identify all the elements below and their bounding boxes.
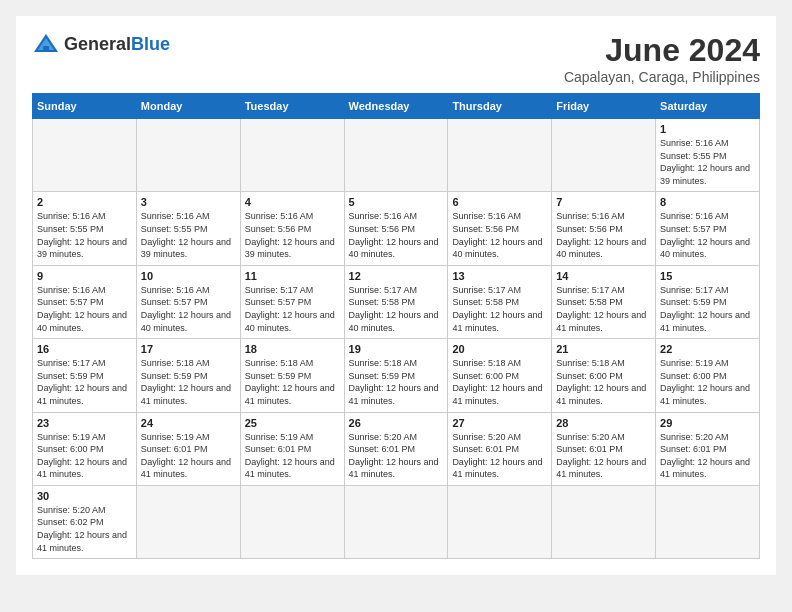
calendar-day-cell: [136, 485, 240, 558]
logo-general: General: [64, 34, 131, 54]
day-number: 6: [452, 196, 547, 208]
day-info: Sunrise: 5:16 AMSunset: 5:55 PMDaylight:…: [37, 210, 132, 260]
calendar-day-cell: [33, 119, 137, 192]
day-number: 30: [37, 490, 132, 502]
day-number: 9: [37, 270, 132, 282]
calendar-day-cell: 30Sunrise: 5:20 AMSunset: 6:02 PMDayligh…: [33, 485, 137, 558]
calendar-day-cell: 10Sunrise: 5:16 AMSunset: 5:57 PMDayligh…: [136, 265, 240, 338]
day-info: Sunrise: 5:16 AMSunset: 5:56 PMDaylight:…: [349, 210, 444, 260]
calendar-day-cell: 1Sunrise: 5:16 AMSunset: 5:55 PMDaylight…: [656, 119, 760, 192]
calendar-day-cell: [448, 485, 552, 558]
logo-text: GeneralBlue: [64, 34, 170, 55]
svg-rect-2: [43, 46, 49, 52]
day-info: Sunrise: 5:20 AMSunset: 6:02 PMDaylight:…: [37, 504, 132, 554]
day-number: 18: [245, 343, 340, 355]
calendar-day-cell: 16Sunrise: 5:17 AMSunset: 5:59 PMDayligh…: [33, 339, 137, 412]
calendar-day-cell: 22Sunrise: 5:19 AMSunset: 6:00 PMDayligh…: [656, 339, 760, 412]
day-info: Sunrise: 5:17 AMSunset: 5:57 PMDaylight:…: [245, 284, 340, 334]
day-info: Sunrise: 5:16 AMSunset: 5:56 PMDaylight:…: [556, 210, 651, 260]
day-info: Sunrise: 5:19 AMSunset: 6:00 PMDaylight:…: [37, 431, 132, 481]
month-title: June 2024: [564, 32, 760, 69]
calendar-header-row: SundayMondayTuesdayWednesdayThursdayFrid…: [33, 94, 760, 119]
calendar-week-row: 16Sunrise: 5:17 AMSunset: 5:59 PMDayligh…: [33, 339, 760, 412]
day-info: Sunrise: 5:18 AMSunset: 5:59 PMDaylight:…: [349, 357, 444, 407]
calendar-week-row: 1Sunrise: 5:16 AMSunset: 5:55 PMDaylight…: [33, 119, 760, 192]
day-info: Sunrise: 5:16 AMSunset: 5:57 PMDaylight:…: [660, 210, 755, 260]
day-number: 3: [141, 196, 236, 208]
calendar-day-cell: 5Sunrise: 5:16 AMSunset: 5:56 PMDaylight…: [344, 192, 448, 265]
day-number: 24: [141, 417, 236, 429]
day-number: 27: [452, 417, 547, 429]
calendar-table: SundayMondayTuesdayWednesdayThursdayFrid…: [32, 93, 760, 559]
logo-blue: Blue: [131, 34, 170, 54]
day-number: 22: [660, 343, 755, 355]
calendar-day-cell: [344, 119, 448, 192]
day-info: Sunrise: 5:16 AMSunset: 5:55 PMDaylight:…: [660, 137, 755, 187]
calendar-day-header: Sunday: [33, 94, 137, 119]
calendar-day-cell: 8Sunrise: 5:16 AMSunset: 5:57 PMDaylight…: [656, 192, 760, 265]
day-number: 7: [556, 196, 651, 208]
calendar-day-header: Monday: [136, 94, 240, 119]
calendar-week-row: 30Sunrise: 5:20 AMSunset: 6:02 PMDayligh…: [33, 485, 760, 558]
calendar-day-cell: [240, 119, 344, 192]
calendar-day-cell: [136, 119, 240, 192]
day-info: Sunrise: 5:20 AMSunset: 6:01 PMDaylight:…: [556, 431, 651, 481]
day-number: 14: [556, 270, 651, 282]
day-info: Sunrise: 5:16 AMSunset: 5:56 PMDaylight:…: [452, 210, 547, 260]
calendar-day-cell: [344, 485, 448, 558]
calendar-day-header: Thursday: [448, 94, 552, 119]
title-block: June 2024 Capalayan, Caraga, Philippines: [564, 32, 760, 85]
calendar-day-cell: 17Sunrise: 5:18 AMSunset: 5:59 PMDayligh…: [136, 339, 240, 412]
calendar-day-cell: 7Sunrise: 5:16 AMSunset: 5:56 PMDaylight…: [552, 192, 656, 265]
day-info: Sunrise: 5:20 AMSunset: 6:01 PMDaylight:…: [452, 431, 547, 481]
day-number: 13: [452, 270, 547, 282]
calendar-day-cell: 28Sunrise: 5:20 AMSunset: 6:01 PMDayligh…: [552, 412, 656, 485]
calendar-week-row: 23Sunrise: 5:19 AMSunset: 6:00 PMDayligh…: [33, 412, 760, 485]
calendar-week-row: 9Sunrise: 5:16 AMSunset: 5:57 PMDaylight…: [33, 265, 760, 338]
day-number: 11: [245, 270, 340, 282]
day-number: 12: [349, 270, 444, 282]
day-info: Sunrise: 5:16 AMSunset: 5:56 PMDaylight:…: [245, 210, 340, 260]
day-info: Sunrise: 5:17 AMSunset: 5:59 PMDaylight:…: [660, 284, 755, 334]
day-info: Sunrise: 5:19 AMSunset: 6:01 PMDaylight:…: [141, 431, 236, 481]
calendar-day-cell: [552, 485, 656, 558]
calendar-day-cell: 27Sunrise: 5:20 AMSunset: 6:01 PMDayligh…: [448, 412, 552, 485]
day-info: Sunrise: 5:19 AMSunset: 6:01 PMDaylight:…: [245, 431, 340, 481]
day-number: 1: [660, 123, 755, 135]
day-number: 19: [349, 343, 444, 355]
day-number: 21: [556, 343, 651, 355]
calendar-day-cell: 21Sunrise: 5:18 AMSunset: 6:00 PMDayligh…: [552, 339, 656, 412]
logo-icon: [32, 32, 60, 56]
calendar-day-cell: 13Sunrise: 5:17 AMSunset: 5:58 PMDayligh…: [448, 265, 552, 338]
calendar-day-cell: [240, 485, 344, 558]
calendar-day-header: Tuesday: [240, 94, 344, 119]
day-number: 23: [37, 417, 132, 429]
header: GeneralBlue June 2024 Capalayan, Caraga,…: [32, 32, 760, 85]
day-info: Sunrise: 5:18 AMSunset: 6:00 PMDaylight:…: [452, 357, 547, 407]
day-info: Sunrise: 5:19 AMSunset: 6:00 PMDaylight:…: [660, 357, 755, 407]
calendar-day-cell: 14Sunrise: 5:17 AMSunset: 5:58 PMDayligh…: [552, 265, 656, 338]
calendar-day-cell: 23Sunrise: 5:19 AMSunset: 6:00 PMDayligh…: [33, 412, 137, 485]
calendar-day-cell: 2Sunrise: 5:16 AMSunset: 5:55 PMDaylight…: [33, 192, 137, 265]
calendar-day-cell: 15Sunrise: 5:17 AMSunset: 5:59 PMDayligh…: [656, 265, 760, 338]
day-number: 29: [660, 417, 755, 429]
calendar-day-cell: 6Sunrise: 5:16 AMSunset: 5:56 PMDaylight…: [448, 192, 552, 265]
calendar-day-cell: 25Sunrise: 5:19 AMSunset: 6:01 PMDayligh…: [240, 412, 344, 485]
day-number: 26: [349, 417, 444, 429]
day-info: Sunrise: 5:17 AMSunset: 5:59 PMDaylight:…: [37, 357, 132, 407]
day-number: 2: [37, 196, 132, 208]
day-info: Sunrise: 5:17 AMSunset: 5:58 PMDaylight:…: [556, 284, 651, 334]
day-number: 8: [660, 196, 755, 208]
calendar-day-header: Friday: [552, 94, 656, 119]
day-info: Sunrise: 5:17 AMSunset: 5:58 PMDaylight:…: [349, 284, 444, 334]
day-info: Sunrise: 5:18 AMSunset: 5:59 PMDaylight:…: [141, 357, 236, 407]
calendar-day-cell: [552, 119, 656, 192]
logo: GeneralBlue: [32, 32, 170, 56]
calendar-day-header: Wednesday: [344, 94, 448, 119]
day-info: Sunrise: 5:18 AMSunset: 6:00 PMDaylight:…: [556, 357, 651, 407]
calendar-day-header: Saturday: [656, 94, 760, 119]
day-info: Sunrise: 5:16 AMSunset: 5:55 PMDaylight:…: [141, 210, 236, 260]
calendar-day-cell: 11Sunrise: 5:17 AMSunset: 5:57 PMDayligh…: [240, 265, 344, 338]
page: GeneralBlue June 2024 Capalayan, Caraga,…: [16, 16, 776, 575]
day-info: Sunrise: 5:20 AMSunset: 6:01 PMDaylight:…: [660, 431, 755, 481]
